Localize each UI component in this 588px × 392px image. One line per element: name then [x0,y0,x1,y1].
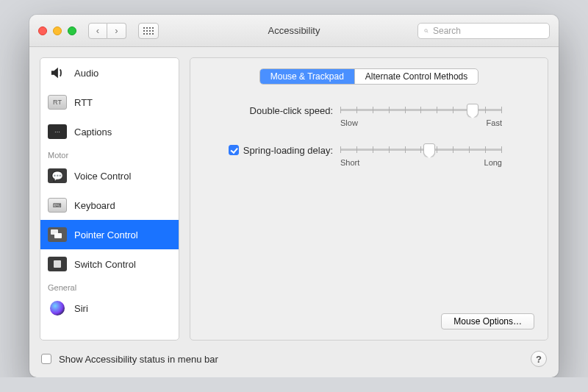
sidebar-item-pointer-control[interactable]: Pointer Control [40,220,179,249]
sidebar-item-label: Siri [74,303,88,314]
double-click-speed-slider[interactable]: Slow Fast [340,104,502,127]
help-button[interactable]: ? [531,351,547,367]
search-field[interactable] [417,23,550,39]
back-button[interactable]: ‹ [88,23,107,39]
sidebar-item-captions[interactable]: ⋯ Captions [40,117,179,146]
sidebar-group-motor: Motor [40,146,179,161]
sidebar-group-general: General [40,279,179,293]
slider-thumb[interactable] [467,104,478,117]
content-panel: Mouse & Trackpad Alternate Control Metho… [190,57,548,341]
row-double-click-speed: Double-click speed: Slow Fast [201,104,537,127]
voice-control-icon: 💬 [48,168,67,183]
sidebar-item-rtt[interactable]: RT RTT [40,88,179,117]
double-click-speed-label: Double-click speed: [250,105,333,116]
tab-bar: Mouse & Trackpad Alternate Control Metho… [259,68,478,85]
grid-icon [143,27,154,35]
sidebar-item-siri[interactable]: Siri [40,293,179,323]
sidebar-item-label: Pointer Control [74,229,138,240]
slider-max-label: Long [484,158,502,167]
switch-control-icon [48,257,67,271]
siri-icon [48,301,67,316]
tab-alternate-control[interactable]: Alternate Control Methods [354,69,478,84]
forward-button[interactable]: › [107,23,126,39]
spring-loading-slider[interactable]: Short Long [340,143,502,167]
sidebar-item-label: Audio [74,68,98,79]
search-input[interactable] [433,26,543,36]
slider-max-label: Fast [487,118,502,127]
speaker-icon [48,65,67,80]
spring-loading-label: Spring-loading delay: [243,145,333,156]
sidebar-item-label: Captions [74,126,112,138]
traffic-lights [38,26,76,35]
window-body: Audio RT RTT ⋯ Captions Motor [29,47,559,377]
show-all-button[interactable] [138,23,159,39]
minimize-icon[interactable] [53,26,62,35]
show-status-label: Show Accessibility status in menu bar [59,354,218,365]
svg-point-0 [425,29,428,32]
pointer-control-icon [48,227,67,242]
sidebar-item-voice-control[interactable]: 💬 Voice Control [40,161,179,190]
sidebar: Audio RT RTT ⋯ Captions Motor [40,57,179,341]
search-icon [424,26,429,35]
keyboard-icon: ⌨ [48,198,67,213]
help-icon: ? [536,354,542,365]
show-status-checkbox[interactable] [41,354,51,364]
sidebar-item-keyboard[interactable]: ⌨ Keyboard [40,190,179,220]
sidebar-item-label: Switch Control [74,259,136,270]
sidebar-item-audio[interactable]: Audio [40,58,179,88]
close-icon[interactable] [38,26,47,35]
zoom-icon[interactable] [68,26,76,35]
chevron-right-icon: › [115,25,118,36]
sidebar-item-label: Voice Control [74,171,131,182]
svg-line-1 [427,31,429,32]
slider-min-label: Slow [340,118,358,127]
footer: Show Accessibility status in menu bar ? [29,345,559,377]
sidebar-item-label: Keyboard [74,200,115,211]
sidebar-item-switch-control[interactable]: Switch Control [40,249,179,279]
row-spring-loading-delay: Spring-loading delay: Short Long [201,143,537,167]
chevron-left-icon: ‹ [96,25,99,36]
accessibility-window: ‹ › Accessibility [29,15,559,377]
rtt-icon: RT [48,95,67,110]
nav-buttons: ‹ › [88,23,126,39]
mouse-options-button[interactable]: Mouse Options… [441,313,534,329]
slider-min-label: Short [340,158,359,167]
slider-thumb[interactable] [423,143,435,157]
captions-icon: ⋯ [48,124,67,139]
tab-mouse-trackpad[interactable]: Mouse & Trackpad [260,69,354,84]
spring-loading-checkbox[interactable] [229,145,239,155]
sidebar-item-label: RTT [74,97,93,108]
titlebar: ‹ › Accessibility [29,15,559,47]
